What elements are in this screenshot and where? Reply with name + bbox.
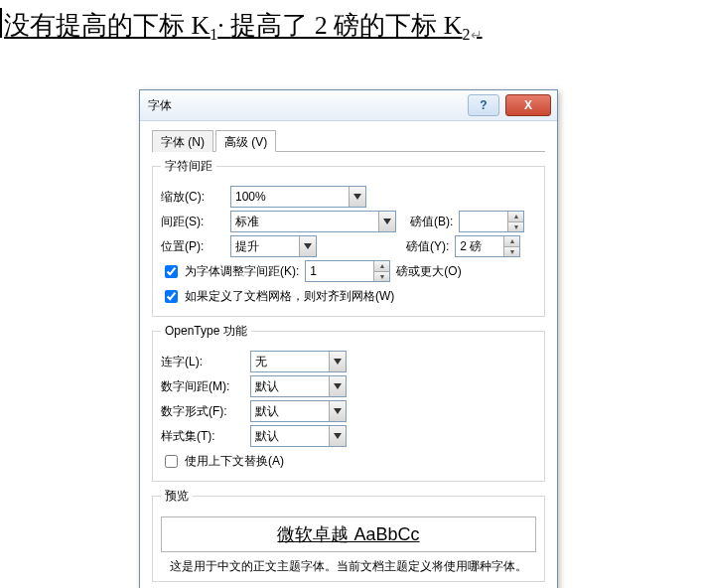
tab-advanced-label: 高级 (V): [224, 135, 267, 149]
tab-advanced[interactable]: 高级 (V): [215, 130, 276, 152]
context-cb-label: 使用上下文替换(A): [185, 453, 284, 470]
position-combo[interactable]: [230, 235, 317, 257]
kerning-cb-label: 为字体调整字间距(K):: [185, 263, 299, 280]
kerning-cb-input[interactable]: [165, 265, 178, 278]
dropdown-icon[interactable]: [329, 426, 346, 446]
spin-up-icon[interactable]: ▲: [507, 212, 523, 221]
preview-text: 微软卓越 AaBbCc: [277, 522, 419, 546]
position-pt-input[interactable]: [456, 236, 503, 256]
dropdown-icon[interactable]: [349, 187, 365, 207]
dropdown-icon[interactable]: [378, 212, 395, 231]
tab-font-label: 字体 (N): [161, 135, 205, 149]
dropdown-icon[interactable]: [299, 236, 316, 256]
dropdown-icon[interactable]: [329, 352, 346, 371]
preview-box: 微软卓越 AaBbCc: [161, 516, 536, 552]
spacing-pt-spin[interactable]: ▲▼: [459, 211, 524, 232]
numspacing-label: 数字间距(M):: [161, 378, 244, 395]
position-label: 位置(P):: [161, 238, 224, 255]
preview-legend: 预览: [161, 488, 193, 505]
position-input[interactable]: [231, 236, 299, 256]
snapgrid-cb-input[interactable]: [165, 290, 178, 303]
preview-group: 预览 微软卓越 AaBbCc 这是用于中文的正文主题字体。当前文档主题定义将使用…: [152, 488, 545, 582]
context-checkbox[interactable]: 使用上下文替换(A): [161, 452, 284, 471]
dropdown-icon[interactable]: [329, 401, 346, 421]
styleset-combo[interactable]: [250, 425, 347, 447]
numform-input[interactable]: [251, 401, 329, 421]
styleset-label: 样式集(T):: [161, 428, 244, 445]
ligature-input[interactable]: [251, 352, 329, 371]
close-button[interactable]: X: [505, 94, 551, 116]
scale-combo[interactable]: [230, 186, 366, 208]
kerning-suffix: 磅或更大(O): [396, 263, 461, 280]
spacing-legend: 字符间距: [161, 158, 216, 175]
dropdown-icon[interactable]: [329, 376, 346, 396]
tabstrip: 字体 (N) 高级 (V): [152, 129, 545, 152]
doc-text-2: 提高了 2 磅的下标 K: [230, 11, 462, 40]
spacing-input[interactable]: [231, 212, 378, 231]
dialog-title: 字体: [148, 97, 468, 114]
styleset-input[interactable]: [251, 426, 329, 446]
numspacing-input[interactable]: [251, 376, 329, 396]
kerning-checkbox[interactable]: 为字体调整字间距(K):: [161, 262, 299, 281]
font-dialog: 字体 ? X 字体 (N) 高级 (V) 字符间距 缩放(C): 间: [139, 89, 558, 588]
spin-up-icon[interactable]: ▲: [503, 236, 519, 246]
document-sample-line: 没有提高的下标 K1· 提高了 2 磅的下标 K2↵: [0, 8, 483, 44]
spacing-label: 间距(S):: [161, 214, 224, 230]
spin-down-icon[interactable]: ▼: [507, 221, 523, 232]
numform-combo[interactable]: [250, 400, 347, 422]
kerning-input[interactable]: [306, 261, 373, 281]
spacing-combo[interactable]: [230, 211, 396, 232]
spin-down-icon[interactable]: ▼: [503, 246, 519, 257]
help-button[interactable]: ?: [468, 94, 499, 116]
titlebar[interactable]: 字体 ? X: [140, 90, 557, 121]
scale-label: 缩放(C):: [161, 189, 224, 206]
spin-up-icon[interactable]: ▲: [373, 261, 389, 271]
ligature-label: 连字(L):: [161, 354, 244, 370]
doc-sub-2: 2: [463, 26, 471, 43]
position-pt-label: 磅值(Y):: [406, 238, 449, 255]
preview-desc: 这是用于中文的正文主题字体。当前文档主题定义将使用哪种字体。: [161, 558, 536, 575]
spacing-group: 字符间距 缩放(C): 间距(S): 磅值(B):: [152, 158, 545, 317]
numspacing-combo[interactable]: [250, 375, 347, 397]
ligature-combo[interactable]: [250, 351, 347, 372]
snapgrid-checkbox[interactable]: 如果定义了文档网格，则对齐到网格(W): [161, 287, 394, 306]
scale-input[interactable]: [231, 187, 349, 207]
tab-font[interactable]: 字体 (N): [152, 130, 213, 152]
spin-down-icon[interactable]: ▼: [373, 271, 389, 282]
spacing-pt-label: 磅值(B):: [410, 214, 453, 230]
doc-sep: ·: [217, 11, 230, 40]
spacing-pt-input[interactable]: [460, 212, 507, 231]
numform-label: 数字形式(F):: [161, 403, 244, 420]
paragraph-mark: ↵: [471, 28, 483, 43]
snapgrid-cb-label: 如果定义了文档网格，则对齐到网格(W): [185, 288, 394, 305]
doc-text-1: 没有提高的下标 K: [4, 11, 210, 40]
text-cursor: [0, 8, 2, 38]
opentype-group: OpenType 功能 连字(L): 数字间距(M):: [152, 323, 545, 482]
position-pt-spin[interactable]: ▲▼: [455, 235, 520, 257]
opentype-legend: OpenType 功能: [161, 323, 251, 340]
context-cb-input[interactable]: [165, 455, 178, 468]
kerning-spin[interactable]: ▲▼: [305, 260, 390, 282]
